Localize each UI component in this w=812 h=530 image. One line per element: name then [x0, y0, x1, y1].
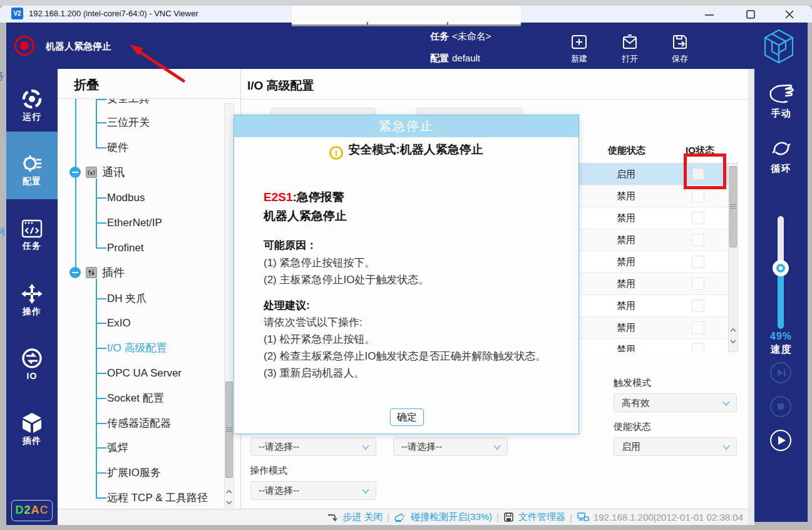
file-manager-link[interactable]: 文件管理器 — [518, 511, 565, 523]
io-state-checkbox[interactable] — [692, 212, 704, 224]
select-dropdown-2[interactable]: --请选择-- — [393, 437, 508, 456]
collapse-header[interactable]: 折叠 — [74, 76, 99, 93]
save-button[interactable]: 保存 — [660, 33, 699, 68]
antenna-icon — [86, 167, 97, 178]
enable-state-value: 禁用 — [601, 322, 651, 334]
sidebar-item-config[interactable]: 配置 — [6, 148, 58, 209]
operation-mode-select[interactable]: --请选择-- — [250, 481, 376, 500]
tree-item-communication[interactable]: 通讯 — [102, 165, 125, 180]
task-label: 任务 — [430, 31, 449, 43]
tree-item-remote-tcp-toolpath[interactable]: 远程 TCP & 工具路径 — [107, 491, 208, 506]
speed-percent: 49% — [754, 331, 808, 342]
enable-state-value: 禁用 — [601, 190, 651, 202]
step-mode-status[interactable]: 步进 关闭 — [342, 511, 383, 523]
io-state-checkbox[interactable] — [692, 299, 704, 312]
speed-slider-fill[interactable] — [778, 268, 784, 329]
io-state-checkbox[interactable] — [692, 278, 704, 290]
tree-item-exio[interactable]: ExIO — [107, 316, 131, 331]
new-button-label: 新建 — [560, 53, 599, 65]
status-bar: 步进 关闭 | 碰撞检测开启(33%) | 文件管理器 | 192.168.1.… — [58, 509, 748, 525]
manual-mode-label[interactable]: 手动 — [754, 108, 808, 120]
tree-scrollbar-thumb[interactable] — [225, 382, 233, 478]
open-button[interactable]: 打开 — [610, 33, 649, 68]
loop-mode-label[interactable]: 循环 — [754, 163, 808, 175]
collapse-node-icon[interactable] — [69, 267, 81, 278]
table-row[interactable]: 禁用 — [579, 207, 728, 229]
io-state-checkbox[interactable] — [692, 190, 704, 202]
minimize-button[interactable] — [700, 9, 719, 19]
error-code-line: E2S1:急停报警 — [264, 189, 344, 205]
tree-line — [96, 497, 106, 499]
scroll-down-icon[interactable] — [729, 336, 737, 345]
enable-state-select[interactable]: 启用 — [614, 437, 737, 456]
tree-item-dh-gripper[interactable]: DH 夹爪 — [107, 291, 146, 306]
maximize-button[interactable] — [741, 9, 760, 19]
tree-item-plugins[interactable]: 插件 — [102, 265, 125, 280]
tree-item-io-advanced-config[interactable]: I/O 高级配置 — [107, 341, 167, 356]
tree-item-profinet[interactable]: Profinet — [107, 241, 144, 256]
tree-line — [96, 472, 106, 474]
trigger-mode-select[interactable]: 高有效 — [614, 393, 737, 412]
io-state-checkbox[interactable] — [692, 321, 704, 334]
select-dropdown-1[interactable]: --请选择-- — [250, 437, 376, 456]
background-toolbar-strip — [0, 0, 812, 6]
background-glyph: 务 — [0, 70, 5, 83]
enable-state-value: 禁用 — [601, 256, 651, 268]
new-button[interactable]: 新建 — [560, 33, 599, 68]
play-button[interactable] — [770, 430, 791, 451]
io-state-checkbox[interactable] — [692, 256, 704, 268]
scroll-up-icon[interactable] — [225, 487, 233, 496]
collision-detect-status[interactable]: 碰撞检测开启(33%) — [411, 511, 492, 523]
speed-label: 速度 — [754, 343, 808, 356]
tree-scrollbar[interactable] — [224, 103, 234, 507]
d2ac-letter: D — [15, 504, 24, 516]
causes-title: 可能原因： — [264, 238, 317, 252]
tree-item-safety-tools[interactable]: 安全工具 — [107, 99, 150, 107]
io-state-checkbox[interactable] — [692, 234, 704, 246]
network-connection-icon — [577, 512, 589, 522]
sidebar-item-label: IO — [6, 371, 58, 381]
divider — [241, 99, 748, 100]
scroll-down-icon[interactable] — [225, 497, 233, 506]
io-state-checkbox[interactable] — [692, 343, 704, 352]
collapse-node-icon[interactable] — [69, 167, 81, 178]
stop-button[interactable] — [770, 396, 791, 417]
tree-item-three-position-switch[interactable]: 三位开关 — [107, 115, 150, 130]
speed-slider-handle[interactable] — [773, 260, 789, 276]
d2ac-button[interactable]: D2AC — [11, 500, 53, 521]
tree-item-socket-config[interactable]: Socket 配置 — [107, 391, 164, 406]
tree-item-opc-ua-server[interactable]: OPC UA Server — [107, 366, 182, 381]
sidebar-item-operate[interactable]: 操作 — [6, 279, 58, 339]
ok-button[interactable]: 确定 — [390, 408, 424, 426]
sidebar-item-task[interactable]: 任务 — [6, 214, 58, 274]
close-button[interactable] — [780, 9, 799, 19]
table-scrollbar-thumb[interactable] — [729, 166, 737, 247]
tree-item-arc-welding[interactable]: 弧焊 — [107, 440, 128, 455]
tree-item-ethernet-ip[interactable]: EtherNet/IP — [107, 216, 162, 231]
separator: | — [570, 512, 572, 522]
sidebar-item-io[interactable]: IO — [6, 343, 58, 403]
tree-item-hardware[interactable]: 硬件 — [107, 140, 128, 155]
tree-item-sensor-adapter[interactable]: 传感器适配器 — [107, 416, 171, 431]
select-placeholder: --请选择-- — [259, 485, 299, 496]
tree-item-modbus[interactable]: Modbus — [107, 190, 145, 205]
chevron-down-icon — [493, 444, 501, 451]
vnc-toolbar-collapsed[interactable] — [292, 6, 521, 26]
sidebar-item-run[interactable]: 运行 — [6, 84, 58, 144]
scroll-up-icon[interactable] — [729, 325, 737, 334]
table-row[interactable]: 禁用 — [579, 229, 728, 251]
enable-state-value: 禁用 — [601, 278, 651, 290]
table-row[interactable]: 禁用 — [579, 273, 728, 295]
error-name: :急停报警 — [292, 190, 344, 204]
open-icon — [620, 33, 639, 51]
loop-icon — [769, 137, 793, 160]
table-scrollbar[interactable] — [728, 163, 738, 352]
tree-item-extended-io-service[interactable]: 扩展IO服务 — [107, 465, 161, 481]
sidebar-item-plugin[interactable]: 插件 — [6, 408, 58, 468]
table-row[interactable]: 禁用 — [579, 317, 728, 339]
table-row[interactable]: 禁用 — [579, 251, 728, 273]
table-row[interactable]: 禁用 — [579, 295, 728, 317]
suggestions-title: 处理建议: — [264, 298, 310, 313]
step-button[interactable] — [770, 362, 791, 383]
table-row[interactable]: 禁用 — [579, 339, 728, 352]
